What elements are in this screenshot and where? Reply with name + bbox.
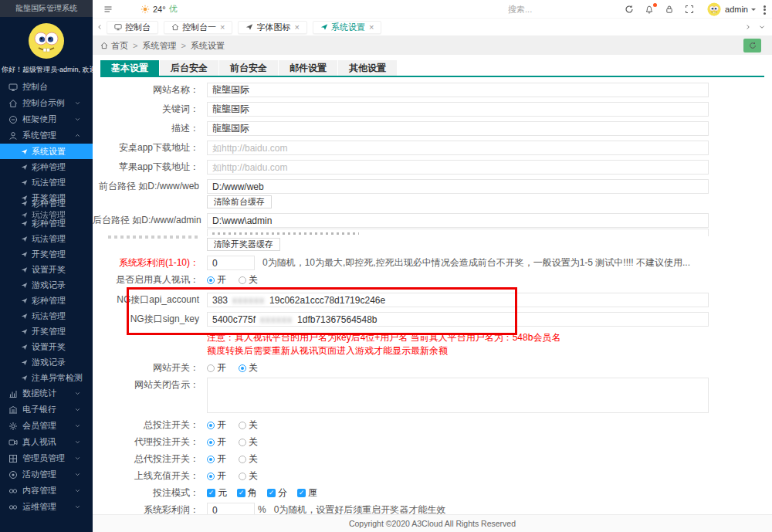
sidebar-subitem[interactable]: 彩种管理 <box>0 159 93 175</box>
monitor-icon <box>114 23 122 31</box>
form-input[interactable]: 5400c775fxxxxxx1dfb71367564548b <box>207 312 709 327</box>
sidebar-item[interactable]: 内容管理 <box>0 483 93 499</box>
form-input[interactable]: 383xxxxxx19c062a1ccc78d1719c246e <box>207 293 709 307</box>
radio-dot-icon <box>207 276 215 284</box>
sidebar-item[interactable]: 控制台示例 <box>0 95 93 111</box>
settings-tab[interactable]: 基本设置 <box>100 60 159 76</box>
form-input[interactable] <box>207 213 709 228</box>
sidebar-item[interactable]: 运维管理 <box>0 499 93 515</box>
sidebar-item[interactable]: 控制台 <box>0 79 93 95</box>
sidebar-item[interactable]: 真人视讯 <box>0 434 93 450</box>
sidebar-item-label: 会员管理 <box>22 420 56 432</box>
form-input[interactable] <box>207 179 709 194</box>
tabs-scroll-right-icon[interactable] <box>741 23 755 31</box>
sidebar-subitem[interactable]: 彩种管理 <box>0 195 93 211</box>
clear-cache-button[interactable]: 清除前台缓存 <box>207 195 272 208</box>
sidebar-item[interactable]: 数据统计 <box>0 385 93 402</box>
radio-option[interactable]: 关 <box>239 469 258 483</box>
chevron-down-icon <box>74 503 81 510</box>
settings-tabs: 基本设置后台安全前台安全邮件设置其他设置 <box>100 60 764 77</box>
sidebar-subitem[interactable]: 系统设置 <box>0 144 93 159</box>
sidebar-item[interactable]: 管理员管理 <box>0 450 93 466</box>
tab-close-icon[interactable]: × <box>220 23 225 32</box>
settings-tab[interactable]: 邮件设置 <box>279 60 337 76</box>
radio-option[interactable]: 关 <box>239 361 258 375</box>
glitched-input <box>207 229 709 236</box>
breadcrumb-item[interactable]: 系统设置 <box>191 41 225 50</box>
radio-option[interactable]: 关 <box>239 418 258 432</box>
breadcrumb-separator: > <box>133 41 137 50</box>
tab-控制台一[interactable]: 控制台一× <box>164 21 232 34</box>
sidebar-menu: 控制台控制台示例框架使用系统管理系统设置彩种管理玩法管理开奖管理彩种管理玩法管理… <box>0 79 93 515</box>
sidebar-subitem[interactable]: 玩法管理 <box>0 308 93 324</box>
breadcrumb-item[interactable]: 系统管理 <box>142 41 176 50</box>
sidebar-item[interactable]: 会员管理 <box>0 418 93 434</box>
form-input[interactable] <box>207 256 255 270</box>
tab-字体图标[interactable]: 字体图标× <box>238 21 306 34</box>
sidebar-subitem[interactable]: 设置开奖 <box>0 339 93 354</box>
sidebar-subitem[interactable]: 注单异常检测 <box>0 370 93 385</box>
sidebar-item[interactable]: 电子银行 <box>0 402 93 418</box>
sidebar-subitem[interactable]: 彩种管理 <box>0 215 93 231</box>
form-input[interactable] <box>207 121 709 136</box>
search-input[interactable] <box>508 5 593 14</box>
tab-close-icon[interactable]: × <box>369 23 374 32</box>
sidebar-subitem[interactable]: 开奖管理 <box>0 246 93 262</box>
settings-tab[interactable]: 前台安全 <box>219 60 278 76</box>
form-input[interactable] <box>207 160 709 175</box>
checkbox-option[interactable]: ✓厘 <box>297 486 317 500</box>
radio-option[interactable]: 开 <box>207 418 226 432</box>
tab-控制台[interactable]: 控制台 <box>107 21 158 34</box>
notice-textarea[interactable] <box>207 378 709 413</box>
tab-系统设置[interactable]: 系统设置× <box>313 21 381 34</box>
breadcrumb-item[interactable]: 首页 <box>111 41 128 50</box>
tabs-menu-icon[interactable] <box>755 23 769 31</box>
submenu-arrow-icon <box>21 328 28 335</box>
lock-icon[interactable] <box>659 5 679 14</box>
sidebar-subitem[interactable]: 开奖管理 <box>0 324 93 339</box>
form-input[interactable] <box>207 83 709 97</box>
form-row: 安桌app下载地址： <box>93 141 772 155</box>
more-menu-icon[interactable] <box>756 2 772 15</box>
submenu-arrow-icon <box>21 179 28 186</box>
sidebar-subitem[interactable]: 游戏记录 <box>0 354 93 370</box>
checkbox-option[interactable]: ✓角 <box>237 486 257 500</box>
refresh-page-button[interactable] <box>743 39 761 53</box>
sidebar-item[interactable]: 活动管理 <box>0 466 93 483</box>
form-input[interactable] <box>207 503 255 514</box>
refresh-icon[interactable] <box>619 5 639 14</box>
form-input[interactable] <box>207 141 709 155</box>
checkbox-option[interactable]: ✓分 <box>267 486 287 500</box>
radio-option[interactable]: 关 <box>239 273 258 287</box>
avatar[interactable] <box>707 2 721 16</box>
radio-option[interactable]: 开 <box>207 435 226 449</box>
radio-option[interactable]: 开 <box>207 361 226 375</box>
settings-tab[interactable]: 后台安全 <box>160 60 218 76</box>
radio-option[interactable]: 关 <box>239 452 258 466</box>
chevron-down-icon <box>74 116 81 123</box>
sidebar-item[interactable]: 系统管理 <box>0 127 93 144</box>
settings-tab[interactable]: 其他设置 <box>338 60 397 76</box>
radio-option[interactable]: 开 <box>207 469 226 483</box>
sidebar-subitem-label: 注单异常检测 <box>32 372 83 384</box>
sidebar-subitem[interactable]: 游戏记录 <box>0 277 93 293</box>
clear-cache-button[interactable]: 清除开奖器缓存 <box>207 238 280 251</box>
checkbox-option[interactable]: ✓元 <box>207 486 227 500</box>
radio-option[interactable]: 开 <box>207 273 226 287</box>
menu-toggle-icon[interactable] <box>99 5 117 14</box>
sidebar-subitem[interactable]: 玩法管理 <box>0 231 93 246</box>
tabs-scroll-left-icon[interactable] <box>93 23 107 31</box>
tab-close-icon[interactable]: × <box>294 23 299 32</box>
sidebar-subitem[interactable]: 设置开奖 <box>0 262 93 277</box>
radio-option[interactable]: 关 <box>239 435 258 449</box>
sidebar-subitem[interactable]: 玩法管理 <box>0 175 93 190</box>
sidebar-subitem[interactable]: 彩种管理 <box>0 293 93 308</box>
form-input[interactable] <box>207 102 709 117</box>
sidebar-item[interactable]: 框架使用 <box>0 111 93 127</box>
user-menu[interactable]: admin <box>725 5 756 14</box>
notifications-icon[interactable] <box>639 5 659 14</box>
radio-option[interactable]: 开 <box>207 452 226 466</box>
help-text: 0为随机，设置好后须重启开奖器才能生效 <box>274 503 446 514</box>
form-row: 苹果app下载地址： <box>93 160 772 175</box>
fullscreen-icon[interactable] <box>679 5 699 14</box>
